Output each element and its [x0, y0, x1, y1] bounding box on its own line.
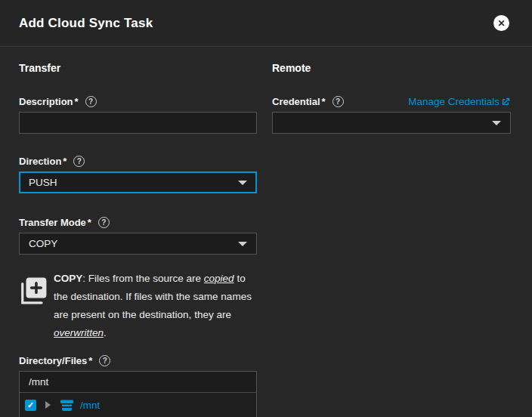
check-icon: ✓	[27, 401, 34, 409]
transfer-mode-label: Transfer Mode	[19, 217, 86, 228]
chevron-down-icon	[238, 181, 247, 185]
direction-required-marker: *	[63, 156, 66, 167]
chevron-down-icon	[492, 121, 501, 125]
description-label: Description	[19, 96, 73, 107]
credential-required-marker: *	[322, 96, 326, 107]
directory-files-help-icon[interactable]: ?	[99, 355, 110, 366]
credential-label: Credential	[272, 96, 320, 107]
tree-item-mnt[interactable]: ✓ /mnt	[20, 393, 256, 417]
dialog-title: Add Cloud Sync Task	[19, 16, 153, 31]
close-icon: ✕	[497, 19, 505, 28]
remote-column: Remote Credential * ? Manage Credentials	[272, 47, 511, 417]
description-input[interactable]	[19, 112, 257, 134]
credential-help-icon[interactable]: ?	[332, 96, 344, 107]
description-label-row: Description * ?	[19, 96, 257, 107]
tree-item-label: /mnt	[80, 400, 100, 411]
copy-mode-description: COPY: Files from the source are copied t…	[54, 270, 254, 342]
directory-files-input[interactable]	[20, 372, 256, 393]
description-help-icon[interactable]: ?	[85, 96, 97, 107]
transfer-mode-required-marker: *	[88, 217, 91, 228]
manage-credentials-link-text: Manage Credentials	[408, 96, 500, 107]
direction-select[interactable]: PUSH	[19, 171, 257, 193]
add-cloud-sync-task-dialog: Add Cloud Sync Task ✕ Transfer Descripti…	[0, 0, 532, 417]
credential-select[interactable]	[272, 112, 511, 134]
direction-label: Direction	[19, 156, 61, 167]
external-link-icon	[500, 97, 511, 107]
transfer-column: Transfer Description * ? Direction * ? P…	[19, 47, 257, 417]
transfer-mode-select-value: COPY	[29, 238, 57, 249]
remote-section-title: Remote	[272, 62, 511, 74]
close-button[interactable]: ✕	[493, 15, 509, 31]
transfer-mode-label-row: Transfer Mode * ?	[19, 217, 257, 228]
transfer-section-title: Transfer	[19, 62, 257, 74]
chevron-down-icon	[238, 242, 247, 246]
directory-files-label-row: Directory/Files * ?	[19, 355, 257, 366]
directory-files-label: Directory/Files	[19, 355, 87, 366]
description-required-marker: *	[75, 96, 79, 107]
direction-select-value: PUSH	[29, 177, 57, 188]
copy-mode-info-box: COPY: Files from the source are copied t…	[19, 270, 257, 342]
directory-files-group: ✓ /mnt	[19, 371, 257, 417]
directory-files-required-marker: *	[88, 355, 92, 366]
credential-label-row: Credential * ? Manage Credentials	[272, 96, 511, 107]
transfer-mode-help-icon[interactable]: ?	[98, 217, 110, 228]
direction-help-icon[interactable]: ?	[73, 156, 85, 167]
manage-credentials-link[interactable]: Manage Credentials	[408, 96, 511, 107]
dialog-content: Transfer Description * ? Direction * ? P…	[0, 47, 532, 417]
dialog-header: Add Cloud Sync Task ✕	[0, 0, 532, 47]
direction-label-row: Direction * ?	[19, 156, 257, 167]
tree-item-checkbox[interactable]: ✓	[25, 400, 36, 411]
copy-icon	[19, 270, 54, 342]
expand-arrow-icon[interactable]	[45, 401, 51, 409]
dataset-icon	[60, 398, 74, 412]
transfer-mode-select[interactable]: COPY	[19, 233, 257, 255]
